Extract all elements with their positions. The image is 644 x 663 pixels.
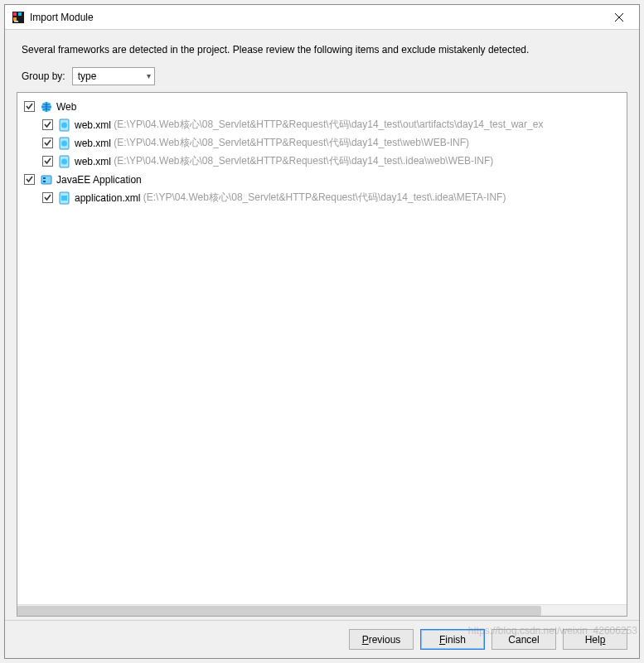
checkbox[interactable] bbox=[42, 138, 53, 148]
frameworks-panel: Web web.xml (E:\YP\04.Web核心\08_Servlet&H… bbox=[17, 92, 627, 617]
svg-rect-2 bbox=[13, 17, 17, 21]
checkbox[interactable] bbox=[42, 156, 53, 167]
item-name: web.xml bbox=[75, 156, 111, 167]
previous-button[interactable]: Previous bbox=[349, 629, 414, 650]
tree-item[interactable]: web.xml (E:\YP\04.Web核心\08_Servlet&HTTP&… bbox=[22, 152, 623, 171]
svg-point-9 bbox=[61, 122, 67, 128]
checkbox[interactable] bbox=[24, 174, 35, 185]
svg-rect-15 bbox=[43, 177, 46, 179]
close-button[interactable] bbox=[601, 6, 637, 29]
button-bar: Previous Finish Cancel Help bbox=[5, 620, 639, 658]
close-icon bbox=[615, 13, 623, 22]
chevron-down-icon: ▾ bbox=[147, 71, 151, 80]
cancel-button[interactable]: Cancel bbox=[491, 629, 556, 650]
horizontal-scrollbar[interactable] bbox=[17, 604, 627, 616]
web-xml-icon bbox=[58, 119, 71, 132]
javaee-facet-icon bbox=[40, 173, 53, 186]
finish-button[interactable]: Finish bbox=[420, 629, 485, 650]
group-javaee[interactable]: JavaEE Application bbox=[22, 171, 623, 189]
frameworks-tree[interactable]: Web web.xml (E:\YP\04.Web核心\08_Servlet&H… bbox=[17, 93, 627, 604]
scrollbar-thumb[interactable] bbox=[17, 606, 541, 616]
groupby-label: Group by: bbox=[22, 70, 65, 82]
svg-point-11 bbox=[61, 140, 67, 146]
item-path: (E:\YP\04.Web核心\08_Servlet&HTTP&Request\… bbox=[143, 191, 506, 205]
item-path: (E:\YP\04.Web核心\08_Servlet&HTTP&Request\… bbox=[114, 136, 469, 150]
svg-rect-18 bbox=[61, 196, 67, 201]
tree-item[interactable]: web.xml (E:\YP\04.Web核心\08_Servlet&HTTP&… bbox=[22, 134, 623, 152]
import-module-dialog: Import Module Several frameworks are det… bbox=[4, 4, 640, 659]
checkbox[interactable] bbox=[42, 192, 53, 203]
groupby-combo[interactable]: type ▾ bbox=[72, 67, 155, 85]
checkbox[interactable] bbox=[24, 101, 35, 112]
web-xml-icon bbox=[58, 137, 71, 150]
description-text: Several frameworks are detected in the p… bbox=[22, 43, 627, 57]
groupby-row: Group by: type ▾ bbox=[22, 67, 627, 85]
group-label: Web bbox=[56, 101, 76, 113]
svg-rect-4 bbox=[14, 21, 18, 22]
groupby-value: type bbox=[78, 70, 97, 82]
item-path: (E:\YP\04.Web核心\08_Servlet&HTTP&Request\… bbox=[114, 154, 493, 168]
content-area: Several frameworks are detected in the p… bbox=[5, 30, 639, 620]
group-web[interactable]: Web bbox=[22, 98, 623, 116]
web-facet-icon bbox=[40, 100, 53, 114]
checkbox[interactable] bbox=[42, 119, 53, 130]
titlebar: Import Module bbox=[5, 5, 639, 30]
intellij-icon bbox=[12, 11, 25, 24]
tree-item[interactable]: application.xml (E:\YP\04.Web核心\08_Servl… bbox=[22, 189, 623, 207]
web-xml-icon bbox=[58, 155, 71, 168]
javaee-xml-icon bbox=[58, 191, 71, 205]
svg-rect-3 bbox=[18, 12, 22, 16]
svg-point-13 bbox=[61, 158, 67, 164]
help-button[interactable]: Help bbox=[563, 629, 627, 650]
svg-rect-14 bbox=[41, 176, 51, 184]
svg-rect-16 bbox=[43, 181, 46, 182]
window-title: Import Module bbox=[30, 12, 94, 23]
item-name: web.xml bbox=[75, 119, 111, 131]
svg-rect-1 bbox=[13, 12, 17, 16]
item-name: web.xml bbox=[75, 138, 111, 149]
group-label: JavaEE Application bbox=[56, 174, 142, 186]
tree-item[interactable]: web.xml (E:\YP\04.Web核心\08_Servlet&HTTP&… bbox=[22, 116, 623, 134]
item-name: application.xml bbox=[75, 192, 140, 204]
item-path: (E:\YP\04.Web核心\08_Servlet&HTTP&Request\… bbox=[114, 118, 543, 132]
